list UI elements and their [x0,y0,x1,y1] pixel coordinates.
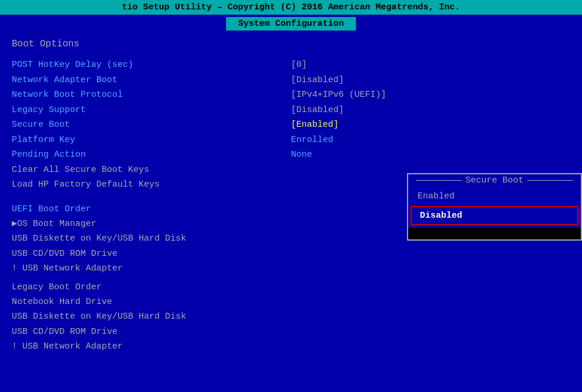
value-platform-key: Enrolled [291,133,571,148]
menu-item-clear-keys[interactable]: Clear All Secure Boot Keys [12,163,291,178]
tab-bar: System Configuration [0,15,582,31]
value-network-adapter: [Disabled] [291,73,571,88]
section-title: Boot Options [12,39,570,49]
popup-option-enabled[interactable]: Enabled [408,187,581,206]
legacy-boot-item-3: ! USB Network Adapter [12,339,570,354]
value-pending-action: None [291,147,571,163]
legacy-boot-order-title: Legacy Boot Order [12,282,570,292]
popup-title-text: Secure Boot [465,175,523,185]
tab-system-configuration[interactable]: System Configuration [226,17,355,31]
menu-item-network-boot[interactable]: Network Boot Protocol [12,87,291,103]
top-bar-text: tio Setup Utility – Copyright (C) 2016 A… [122,2,460,12]
menu-right-col: [0] [Disabled] [IPv4+IPv6 (UEFI)] [Disab… [291,58,571,192]
value-post-hotkey: [0] [291,58,571,73]
legacy-boot-item-1: USB Diskette on Key/USB Hard Disk [12,309,570,325]
uefi-boot-item-3: ! USB Network Adapter [12,261,570,276]
value-legacy-support: [Disabled] [291,103,571,118]
secure-boot-popup: Secure Boot Enabled Disabled [407,173,582,241]
value-network-boot: [IPv4+IPv6 (UEFI)] [291,87,571,103]
legacy-boot-item-0: Notebook Hard Drive [12,295,570,310]
menu-item-pending-action[interactable]: Pending Action [12,147,291,163]
value-secure-boot: [Enabled] [291,117,571,133]
legacy-boot-item-2: USB CD/DVD ROM Drive [12,325,570,340]
menu-item-network-adapter[interactable]: Network Adapter Boot [12,73,291,88]
popup-title-bar: Secure Boot [408,174,581,187]
top-bar: tio Setup Utility – Copyright (C) 2016 A… [0,0,582,15]
uefi-boot-item-2: USB CD/DVD ROM Drive [12,246,570,262]
menu-item-post-hotkey[interactable]: POST HotKey Delay (sec) [12,58,291,73]
menu-item-platform-key[interactable]: Platform Key [12,133,291,148]
menu-left-col: POST HotKey Delay (sec) Network Adapter … [12,58,291,192]
popup-option-disabled[interactable]: Disabled [411,206,578,225]
popup-bottom-bar [408,228,581,239]
menu-item-load-factory[interactable]: Load HP Factory Default Keys [12,177,291,192]
menu-item-secure-boot[interactable]: Secure Boot [12,117,291,133]
menu-item-legacy-support[interactable]: Legacy Support [12,103,291,118]
